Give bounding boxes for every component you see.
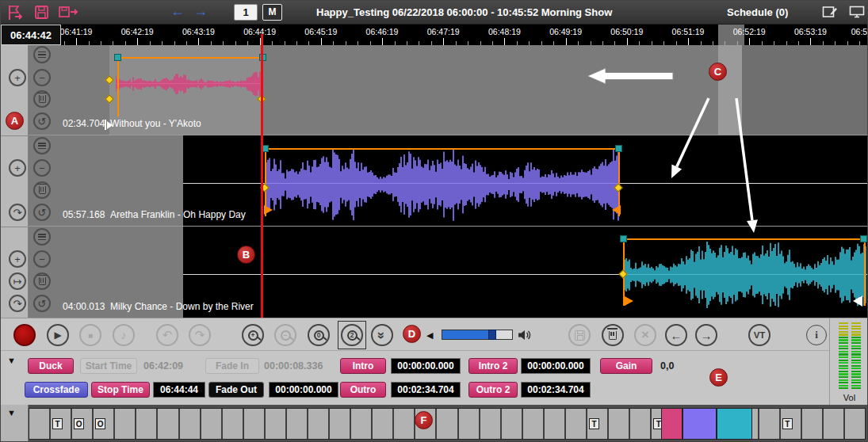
page-number[interactable]: 1: [234, 4, 258, 21]
save-schedule-button[interactable]: [34, 5, 50, 24]
next-item-button[interactable]: →: [695, 324, 717, 346]
overview-cell[interactable]: [545, 409, 566, 439]
item-end-marker[interactable]: [853, 295, 862, 307]
overview-cell[interactable]: [330, 409, 351, 439]
track1-remove-button[interactable]: −: [33, 69, 51, 86]
overview-cell[interactable]: [845, 409, 865, 439]
track1-loop-button[interactable]: ↺: [33, 112, 51, 130]
timeline-ruler[interactable]: 06:44:42 06:41:1906:42:1906:43:1906:44:1…: [1, 25, 867, 45]
forward-arrow-icon[interactable]: →: [193, 3, 208, 20]
gain-value[interactable]: 0,0: [660, 358, 674, 374]
zoom-preset-2-button[interactable]: 2: [341, 324, 363, 346]
item-left-edge[interactable]: [117, 57, 119, 116]
overview-cell[interactable]: [136, 409, 158, 439]
track-lane-3[interactable]: 04:00.013 Milky Chance - Down by the Riv…: [29, 227, 868, 318]
envelope-handle[interactable]: [114, 54, 121, 61]
collapse-button[interactable]: »: [371, 324, 393, 346]
play-button[interactable]: ▶: [47, 324, 69, 346]
intro2-button[interactable]: Intro 2: [468, 358, 518, 374]
zoom-in-button[interactable]: +: [242, 324, 264, 346]
stop-time-button[interactable]: Stop Time: [91, 382, 150, 398]
record-button[interactable]: [13, 324, 36, 346]
fade-out-button[interactable]: Fade Out: [208, 382, 264, 398]
panel-dropdown-icon[interactable]: ▼: [7, 356, 16, 365]
track-lane-2[interactable]: 05:57.168 Aretha Franklin - Oh Happy Day…: [29, 135, 868, 227]
overview-cell[interactable]: [523, 409, 545, 439]
intro2-value[interactable]: 00:00:00.000: [521, 358, 591, 374]
volume-min-icon[interactable]: ◀: [426, 330, 433, 341]
overview-cell[interactable]: [223, 409, 244, 439]
overview-cell[interactable]: [115, 409, 136, 439]
previous-item-button[interactable]: ←: [665, 324, 687, 346]
overview-cell[interactable]: O: [94, 409, 115, 439]
overview-cell[interactable]: [394, 409, 415, 439]
overview-cell[interactable]: [566, 409, 587, 439]
track3-menu-button[interactable]: [33, 228, 51, 246]
overview-cell[interactable]: [308, 409, 330, 439]
track-lane-1[interactable]: 02:34.704 Without you - Y'Akoto − ↺: [29, 45, 868, 135]
envelope-line[interactable]: [117, 57, 265, 59]
schedule-count[interactable]: Schedule (0): [727, 6, 788, 18]
duck-button[interactable]: Duck: [28, 358, 74, 374]
overview-cell[interactable]: [201, 409, 223, 439]
overview-item-block[interactable]: [717, 408, 752, 440]
voice-track-button[interactable]: VT: [748, 324, 770, 346]
monitor-toggle-button[interactable]: M: [262, 4, 282, 21]
track2-menu-button[interactable]: [33, 137, 51, 154]
envelope-line[interactable]: [265, 148, 620, 150]
cancel-button[interactable]: ×: [634, 324, 656, 346]
overview-dropdown-box[interactable]: ▼: [1, 405, 29, 442]
waveform-track2[interactable]: [266, 148, 619, 221]
overview-cell[interactable]: [158, 409, 179, 439]
envelope-handle[interactable]: [615, 145, 622, 152]
overview-cell[interactable]: [351, 409, 373, 439]
overview-cell[interactable]: [824, 409, 845, 439]
save-edit-button[interactable]: [568, 324, 591, 346]
save-append-button[interactable]: [58, 5, 79, 24]
track3-delete-button[interactable]: [33, 272, 51, 290]
intro-button[interactable]: Intro: [340, 358, 386, 374]
overview-item-block[interactable]: [683, 408, 717, 440]
envelope-line[interactable]: [623, 238, 866, 240]
overview-cell[interactable]: T: [51, 409, 72, 439]
back-arrow-icon[interactable]: ←: [170, 3, 185, 20]
envelope-handle[interactable]: [620, 235, 627, 242]
overview-item-block[interactable]: [661, 408, 683, 440]
overview-cell[interactable]: [266, 409, 287, 439]
intro-value[interactable]: 00:00:00.000: [391, 358, 461, 374]
envelope-handle[interactable]: [860, 235, 867, 242]
track3-add-button[interactable]: +: [9, 250, 26, 268]
overview-cell[interactable]: [802, 409, 824, 439]
overview-cell[interactable]: [459, 409, 480, 439]
track2-move-next-button[interactable]: ↷: [9, 204, 26, 221]
track2-delete-button[interactable]: [33, 181, 51, 199]
overview-cell[interactable]: [244, 409, 266, 439]
waveform-track3[interactable]: [625, 241, 867, 309]
fade-in-marker[interactable]: [264, 205, 273, 215]
crossfade-button[interactable]: Crossfade: [25, 382, 88, 398]
info-button[interactable]: i: [806, 325, 827, 345]
outro-value[interactable]: 00:02:34.704: [391, 382, 461, 398]
fade-out-marker[interactable]: [612, 205, 621, 215]
overview-cell[interactable]: [502, 409, 523, 439]
fade-out-value[interactable]: 00:00:00.000: [269, 382, 338, 398]
overview-cell[interactable]: [480, 409, 502, 439]
overview-cell[interactable]: [287, 409, 308, 439]
track2-add-button[interactable]: +: [9, 159, 26, 177]
playhead[interactable]: [261, 34, 263, 318]
speaker-button[interactable]: [518, 330, 532, 344]
overview-cell[interactable]: [609, 409, 630, 439]
zoom-fit-button[interactable]: 0: [308, 324, 330, 346]
stop-time-value[interactable]: 06:44:44: [153, 382, 205, 398]
track3-loop-button[interactable]: ↺: [33, 295, 51, 312]
outro2-value[interactable]: 00:02:34.704: [521, 382, 591, 398]
overview-dropdown-icon[interactable]: ▼: [7, 408, 16, 417]
fade-in-marker[interactable]: [625, 296, 633, 306]
track2-remove-button[interactable]: −: [33, 159, 51, 177]
volume-slider-handle[interactable]: [488, 330, 496, 340]
item-right-edge[interactable]: [864, 238, 866, 306]
redo-button[interactable]: ↷: [189, 324, 211, 346]
volume-slider[interactable]: [442, 330, 513, 340]
discard-button[interactable]: [602, 324, 624, 346]
track3-remove-button[interactable]: −: [33, 250, 51, 268]
